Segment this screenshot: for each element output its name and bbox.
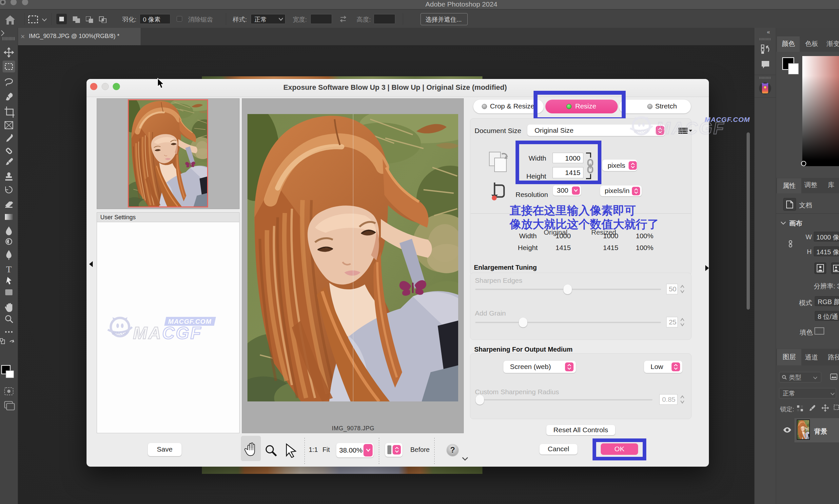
svg-text:MACGF: MACGF <box>634 129 649 134</box>
svg-text:MACGF: MACGF <box>112 331 128 336</box>
svg-text:T: T <box>6 264 12 274</box>
